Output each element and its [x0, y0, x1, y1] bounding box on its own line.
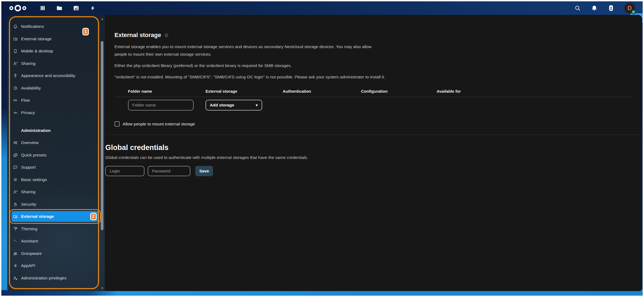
lock-icon [13, 202, 18, 207]
storage-table-header: Folder nameExternal storageAuthenticatio… [114, 89, 631, 97]
sidebar-item-availability[interactable]: Availability [11, 83, 99, 94]
sidebar-item-label: Availability [21, 86, 41, 91]
save-button[interactable]: Save [195, 166, 213, 176]
search-icon[interactable] [574, 5, 581, 12]
info-icon[interactable] [164, 33, 169, 38]
sidebar-item-mobile-desktop[interactable]: Mobile & desktop [11, 46, 99, 56]
sidebar-item-support[interactable]: Support [11, 162, 99, 173]
sidebar-item-privacy[interactable]: Privacy [11, 107, 99, 118]
column-header-configuration: Configuration [361, 89, 437, 94]
sidebar-item-label: External storage [21, 36, 52, 41]
sidebar-item-label: Security [21, 202, 36, 207]
sidebar-item-label: Notifications [21, 24, 44, 29]
storage-table-new-row: Add storage ▼ [114, 100, 631, 111]
sidebar-item-label: Flow [21, 98, 30, 103]
key-icon [13, 110, 18, 115]
sidebar-item-external-storage[interactable]: External storage [11, 34, 99, 44]
asterisk-icon [13, 263, 18, 268]
sidebar-item-label: Sharing [21, 189, 35, 194]
sidebar-scrollbar[interactable]: ▲ ▼ [100, 15, 104, 291]
sidebar-item-groupware[interactable]: Groupware [11, 248, 99, 259]
flow-icon [13, 98, 18, 103]
sidebar-item-theming[interactable]: Theming [11, 223, 99, 234]
account-plus-icon [13, 189, 18, 194]
sidebar-item-label: Sharing [21, 61, 35, 66]
scrollbar-down-arrow[interactable]: ▼ [101, 286, 104, 290]
bell-icon [13, 24, 18, 29]
column-header-folder-name: Folder name [128, 89, 205, 94]
global-credentials-form: Save [105, 166, 631, 176]
global-credentials-section: Global credentials Global credentials ca… [105, 135, 642, 176]
sidebar-item-label: Mobile & desktop [21, 49, 53, 54]
login-input[interactable] [105, 166, 144, 176]
password-input[interactable] [148, 166, 190, 176]
sidebar-item-sharing[interactable]: Sharing [11, 186, 99, 197]
add-storage-select[interactable]: Add storage ▼ [205, 100, 262, 111]
message-icon [13, 165, 18, 170]
column-header-available-for: Available for [437, 89, 631, 94]
nextcloud-logo[interactable] [9, 3, 27, 13]
sidebar-item-flow[interactable]: Flow [11, 95, 99, 106]
administration-caption: Administration [11, 125, 99, 136]
online-status-badge: ✓ [631, 10, 636, 14]
user-avatar[interactable]: D ✓ [624, 3, 635, 14]
sidebar-item-external-storage[interactable]: External storage2 [11, 211, 99, 222]
global-credentials-heading: Global credentials [105, 144, 631, 152]
column-header-external-storage: External storage [205, 89, 283, 94]
global-credentials-description: Global credentials can be used to authen… [105, 155, 631, 160]
theming-icon [13, 226, 18, 231]
sidebar-item-label: Quick presets [21, 153, 47, 158]
external-storage-description: External storage enables you to mount ex… [114, 43, 379, 58]
external-storage-section: External storage External storage enable… [114, 32, 631, 135]
sidebar-item-label: Overview [21, 140, 39, 145]
settings-sidebar: NotificationsExternal storageMobile & de… [7, 15, 105, 291]
sidebar-item-assistant[interactable]: Assistant [11, 236, 99, 246]
column-header-authentication: Authentication [283, 89, 361, 94]
main-settings-content: External storage External storage enable… [105, 15, 642, 291]
external-storage-icon [13, 214, 18, 219]
add-storage-label: Add storage [210, 103, 234, 108]
activity-icon[interactable] [89, 5, 96, 12]
photos-icon[interactable] [73, 5, 80, 12]
notifications-bell-icon[interactable] [591, 5, 598, 12]
sidebar-item-label: Theming [21, 226, 37, 231]
sidebar-item-appapi[interactable]: AppAPI [11, 260, 99, 271]
sidebar-item-label: Privacy [21, 110, 35, 115]
sidebar-item-label: Administration privileges [21, 276, 66, 281]
app-launcher-icons [39, 5, 96, 12]
presets-icon [13, 153, 18, 158]
tune-icon [13, 140, 18, 145]
files-icon[interactable] [56, 5, 63, 12]
contacts-icon[interactable] [608, 5, 615, 12]
page-frame: D ✓ NotificationsExternal storageMobile … [1, 1, 643, 296]
allow-mount-label: Allow people to mount external storage [123, 122, 195, 126]
scrollbar-thumb[interactable] [101, 41, 103, 230]
smbclient-missing-warning: "smbclient" is not installed. Mounting o… [114, 73, 401, 81]
scrollbar-up-arrow[interactable]: ▲ [101, 17, 104, 20]
som-badge-2: 2 [90, 213, 97, 220]
people-icon [13, 251, 18, 256]
sidebar-item-notifications[interactable]: Notifications [11, 21, 99, 32]
mobile-icon [13, 49, 18, 54]
sidebar-item-appearance-and-accessibility[interactable]: Appearance and accessibility [11, 70, 99, 81]
sidebar-item-quick-presets[interactable]: Quick presets [11, 150, 99, 161]
clock-icon [13, 86, 18, 91]
sidebar-item-label: Assistant [21, 239, 38, 243]
top-header-bar: D ✓ [1, 1, 643, 15]
sparkles-icon [13, 239, 18, 243]
dashboard-icon[interactable] [39, 5, 46, 12]
allow-mount-checkbox[interactable] [114, 121, 120, 126]
sidebar-item-administration-privileges[interactable]: Administration privileges [11, 273, 99, 283]
sidebar-item-overview[interactable]: Overview [11, 137, 99, 148]
sidebar-item-label: AppAPI [21, 263, 35, 268]
personal-settings-nav: NotificationsExternal storageMobile & de… [7, 15, 105, 118]
smbclient-requirement-note: Either the php-smbclient library (prefer… [114, 62, 631, 69]
administration-settings-nav: OverviewQuick presetsSupportBasic settin… [7, 136, 105, 283]
avatar-initial: D [628, 5, 632, 12]
sidebar-item-label: Basic settings [21, 177, 47, 182]
folder-name-input[interactable] [128, 100, 194, 111]
sidebar-item-sharing[interactable]: Sharing [11, 58, 99, 69]
sidebar-item-basic-settings[interactable]: Basic settings [11, 174, 99, 185]
sidebar-item-security[interactable]: Security [11, 199, 99, 210]
sidebar-item-label: Appearance and accessibility [21, 73, 75, 78]
